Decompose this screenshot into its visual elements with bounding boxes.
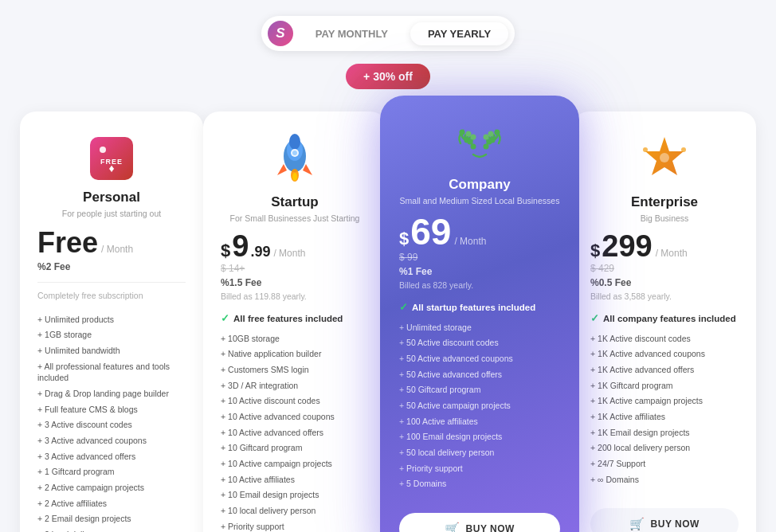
- company-buy-btn[interactable]: 🛒 BUY NOW: [399, 513, 560, 532]
- list-item: 10 Giftcard program: [221, 440, 369, 456]
- personal-billed: Completely free subscription: [37, 291, 143, 300]
- startup-billed: Billed as 119.88 yearly.: [221, 291, 307, 301]
- svg-point-26: [660, 153, 669, 162]
- enterprise-price-period: / Month: [656, 248, 688, 259]
- personal-price-period: / Month: [101, 244, 133, 255]
- enterprise-price-main: 299: [602, 231, 652, 261]
- svg-point-13: [460, 130, 465, 135]
- svg-point-28: [681, 147, 686, 152]
- startup-features-header: ✓ All free features included: [221, 312, 343, 324]
- list-item: 10 local delivery person: [221, 503, 369, 519]
- list-item: 2 local delivery person: [37, 527, 186, 532]
- enterprise-plan-name: Enterprise: [590, 194, 739, 210]
- list-item: 3 Active advanced offers: [37, 448, 186, 464]
- company-price-period: / Month: [454, 236, 486, 247]
- list-item: 1K Giftcard program: [590, 377, 739, 393]
- list-item: Unlimited bandwidth: [37, 342, 186, 358]
- list-item: Priority support: [221, 518, 369, 532]
- enterprise-price-dollar: $: [590, 241, 600, 261]
- company-features-header-label: All startup features included: [412, 303, 535, 312]
- list-item: 3 Active advanced coupons: [37, 433, 186, 449]
- personal-divider: [37, 282, 186, 283]
- list-item: All professional features and tools incl…: [37, 358, 186, 385]
- personal-fee: %2 Fee: [37, 261, 70, 272]
- company-icon: [454, 119, 505, 170]
- list-item: 2 Active campaign projects: [37, 480, 186, 496]
- startup-plan-name: Startup: [221, 194, 369, 210]
- startup-icon-area: [221, 134, 369, 188]
- company-plan-name: Company: [399, 177, 560, 193]
- company-price-dollar: $: [399, 229, 409, 249]
- discount-badge: + 30% off: [346, 64, 430, 89]
- list-item: Unlimited storage: [399, 319, 560, 335]
- company-price-main: 69: [410, 213, 451, 250]
- enterprise-subtitle: Big Business: [590, 213, 739, 223]
- startup-subtitle: For Small Businesses Just Starting: [221, 213, 369, 223]
- list-item: 1K Active affiliates: [590, 409, 739, 424]
- company-icon-area: [399, 119, 560, 170]
- list-item: 10 Active discount codes: [221, 393, 369, 409]
- check-icon: ✓: [590, 312, 599, 324]
- list-item: 100 Email design projects: [399, 429, 560, 445]
- list-item: 50 Active discount codes: [399, 335, 560, 351]
- company-footer: 🛒 BUY NOW: [399, 505, 560, 532]
- personal-subtitle: For people just starting out: [37, 209, 186, 218]
- list-item: 10GB storage: [221, 331, 369, 346]
- svg-point-6: [289, 134, 300, 150]
- enterprise-features-header: ✓ All company features included: [590, 312, 736, 324]
- billing-toggle: S PAY MONTHLY PAY YEARLY: [261, 16, 515, 51]
- list-item: 50 Giftcard program: [399, 382, 560, 398]
- startup-price-period: / Month: [273, 248, 305, 259]
- list-item: 1K Active discount codes: [590, 331, 739, 346]
- list-item: 50 Active advanced coupons: [399, 350, 560, 366]
- list-item: 50 Active advanced offers: [399, 366, 560, 382]
- startup-price-dollar: $: [221, 241, 230, 261]
- company-buy-label: BUY NOW: [466, 523, 515, 532]
- pricing-cards: FREE ♦ Personal For people just starting…: [8, 111, 768, 532]
- company-original-price: $ 99: [399, 252, 417, 263]
- list-item: 1K Active campaign projects: [590, 393, 739, 409]
- list-item: 1K Active advanced coupons: [590, 346, 739, 362]
- enterprise-features-header-label: All company features included: [603, 314, 736, 323]
- enterprise-fee: %0.5 Fee: [590, 277, 631, 288]
- company-fee: %1 Fee: [399, 266, 432, 277]
- svg-text:♦: ♦: [108, 162, 114, 174]
- list-item: 100 Active affiliates: [399, 413, 560, 429]
- company-price-row: $ 69 / Month: [399, 213, 486, 250]
- tag-icon: FREE ♦: [87, 134, 136, 183]
- svg-point-19: [495, 130, 500, 135]
- startup-features-header-label: All free features included: [233, 314, 343, 323]
- enterprise-footer: 🛒 BUY NOW: [590, 500, 739, 532]
- list-item: 3 Active discount codes: [37, 417, 186, 433]
- list-item: 10 Active affiliates: [221, 471, 369, 487]
- list-item: 3D / AR integration: [221, 377, 369, 393]
- personal-icon-area: FREE ♦: [37, 134, 186, 183]
- enterprise-buy-btn[interactable]: 🛒 BUY NOW: [590, 508, 739, 532]
- startup-fee: %1.5 Fee: [221, 277, 261, 288]
- list-item: 1GB storage: [37, 327, 186, 343]
- list-item: Native application builder: [221, 346, 369, 362]
- crown-icon: [639, 134, 690, 185]
- list-item: 24/7 Support: [590, 456, 739, 472]
- list-item: 10 Email design projects: [221, 487, 369, 503]
- enterprise-icon-area: [590, 134, 739, 188]
- startup-icon: [272, 134, 317, 188]
- list-item: 5 Domains: [399, 476, 560, 492]
- enterprise-price-row: $ 299 / Month: [590, 231, 688, 261]
- stripe-icon: S: [268, 21, 293, 46]
- svg-point-16: [468, 139, 473, 145]
- list-item: Priority support: [399, 460, 560, 476]
- personal-card: FREE ♦ Personal For people just starting…: [20, 111, 203, 532]
- list-item: 1 Giftcard program: [37, 464, 186, 480]
- startup-price-row: $ 9 .99 / Month: [221, 231, 305, 261]
- svg-point-18: [471, 144, 476, 150]
- personal-plan-name: Personal: [37, 190, 186, 205]
- enterprise-card: Enterprise Big Business $ 299 / Month $ …: [573, 111, 756, 532]
- pay-yearly-btn[interactable]: PAY YEARLY: [410, 22, 508, 45]
- pay-monthly-btn[interactable]: PAY MONTHLY: [298, 22, 406, 45]
- enterprise-features: 1K Active discount codes 1K Active advan…: [590, 331, 739, 487]
- startup-price-main: 9: [232, 231, 249, 261]
- svg-marker-10: [303, 164, 312, 175]
- list-item: 10 Active campaign projects: [221, 456, 369, 472]
- svg-point-22: [487, 139, 492, 145]
